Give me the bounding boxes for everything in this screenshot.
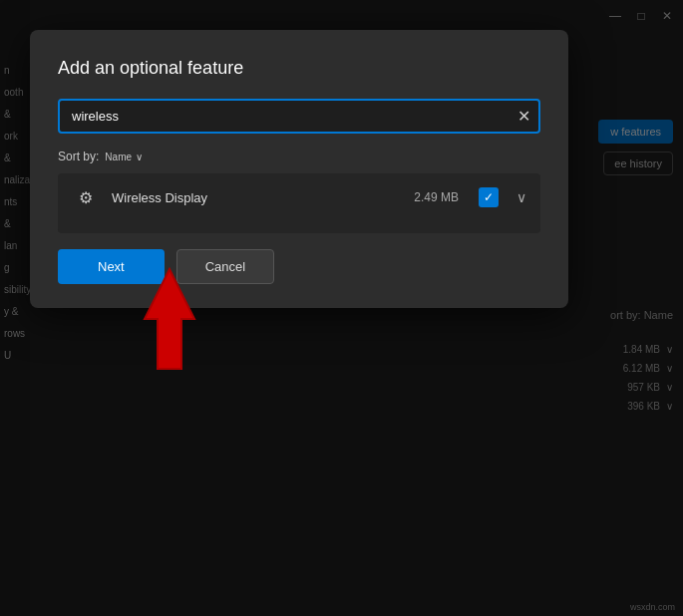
next-button[interactable]: Next [58,249,165,284]
feature-checkbox[interactable]: ✓ [479,187,499,207]
sort-dropdown[interactable]: Name ∨ [105,152,143,162]
add-optional-feature-dialog: Add an optional feature ✕ Sort by: Name … [30,30,568,308]
dialog-footer: Next Cancel [58,249,540,284]
search-clear-button[interactable]: ✕ [517,109,530,125]
feature-expand-icon[interactable]: ∨ [516,189,526,205]
sort-row: Sort by: Name ∨ [58,150,540,163]
feature-name: Wireless Display [112,190,402,205]
cancel-button[interactable]: Cancel [176,249,274,284]
feature-list: ⚙ Wireless Display 2.49 MB ✓ ∨ [58,173,540,233]
feature-gear-icon: ⚙ [72,183,100,211]
feature-item-wireless-display[interactable]: ⚙ Wireless Display 2.49 MB ✓ ∨ [58,173,540,221]
dialog-title: Add an optional feature [58,58,540,79]
search-wrapper: ✕ [58,99,540,134]
feature-size: 2.49 MB [414,190,459,204]
sort-chevron-icon: ∨ [136,152,143,162]
search-input[interactable] [58,99,540,134]
sort-by-label: Sort by: [58,150,99,163]
watermark: wsxdn.com [630,602,675,612]
sort-value: Name [105,152,132,162]
